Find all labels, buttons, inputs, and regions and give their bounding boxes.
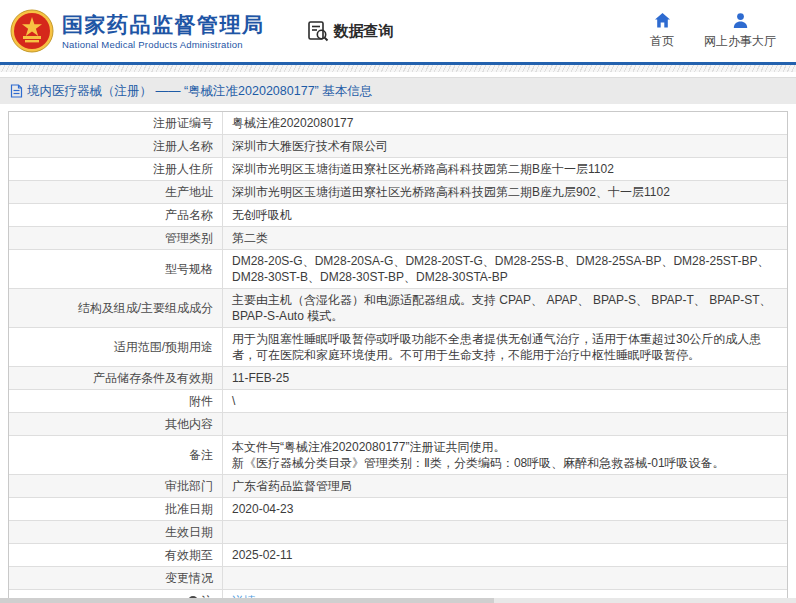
- table-row: 产品储存条件及有效期11-FEB-25: [9, 367, 787, 390]
- nav-online-hall[interactable]: 网上办事大厅: [704, 12, 776, 50]
- row-label: 批准日期: [9, 498, 223, 520]
- table-row: 其他内容: [9, 413, 787, 436]
- row-value: 粤械注准20202080177: [223, 112, 787, 134]
- table-row: 适用范围/预期用途用于为阻塞性睡眠呼吸暂停或呼吸功能不全患者提供无创通气治疗，适…: [9, 328, 787, 367]
- row-label: 生效日期: [9, 521, 223, 543]
- table-row: 附件\: [9, 390, 787, 413]
- row-label: 注册人住所: [9, 158, 223, 180]
- row-value: [223, 413, 787, 435]
- table-row: 有效期至2025-02-11: [9, 544, 787, 567]
- data-query-button[interactable]: 数据查询: [307, 20, 394, 42]
- breadcrumb: 境内医疗器械（注册） —— “粤械注准20202080177” 基本信息: [0, 77, 796, 104]
- row-value: 深圳市大雅医疗技术有限公司: [223, 135, 787, 157]
- row-value: 主要由主机（含湿化器）和电源适配器组成。支持 CPAP、 APAP、 BPAP-…: [223, 289, 787, 327]
- row-label: 注册人名称: [9, 135, 223, 157]
- row-label: 生产地址: [9, 181, 223, 203]
- row-value: 无创呼吸机: [223, 204, 787, 226]
- row-label: 附件: [9, 390, 223, 412]
- table-row: 备注本文件与“粤械注准20202080177”注册证共同使用。新《医疗器械分类目…: [9, 436, 787, 475]
- table-row: 产品名称无创呼吸机: [9, 204, 787, 227]
- row-label: 审批部门: [9, 475, 223, 497]
- row-value: 2020-04-23: [223, 498, 787, 520]
- row-value: 11-FEB-25: [223, 367, 787, 389]
- row-label: 注册证编号: [9, 112, 223, 134]
- breadcrumb-text: 境内医疗器械（注册） —— “粤械注准20202080177” 基本信息: [27, 83, 372, 100]
- row-label: 结构及组成/主要组成成分: [9, 289, 223, 327]
- document-icon: [10, 84, 23, 98]
- row-label: 产品名称: [9, 204, 223, 226]
- page-header: 国家药品监督管理局 National Medical Products Admi…: [0, 0, 796, 62]
- table-row: 生产地址深圳市光明区玉塘街道田寮社区光桥路高科科技园第二期B座九层902、十一层…: [9, 181, 787, 204]
- row-value: 第二类: [223, 227, 787, 249]
- table-row: 注册证编号粤械注准20202080177: [9, 112, 787, 135]
- decorative-stripe-band: [0, 65, 796, 72]
- row-label: 其他内容: [9, 413, 223, 435]
- logo-text: 国家药品监督管理局 National Medical Products Admi…: [62, 13, 265, 50]
- row-value: [223, 521, 787, 543]
- home-icon: [654, 12, 671, 29]
- top-navigation: 首页 网上办事大厅: [650, 12, 776, 50]
- table-row: 型号规格DM28-20S-G、DM28-20SA-G、DM28-20ST-G、D…: [9, 250, 787, 289]
- data-query-icon: [307, 20, 329, 42]
- horizontal-scrollbar[interactable]: [0, 598, 796, 603]
- row-value: 广东省药品监督管理局: [223, 475, 787, 497]
- registration-info-table: 注册证编号粤械注准20202080177注册人名称深圳市大雅医疗技术有限公司注册…: [8, 111, 788, 603]
- nav-home-label: 首页: [650, 33, 674, 50]
- table-row: 生效日期: [9, 521, 787, 544]
- nmpa-logo: 国家药品监督管理局 National Medical Products Admi…: [10, 9, 265, 53]
- site-subtitle: National Medical Products Administration: [62, 39, 265, 50]
- row-value: 深圳市光明区玉塘街道田寮社区光桥路高科科技园第二期B座十一层1102: [223, 158, 787, 180]
- row-label: 产品储存条件及有效期: [9, 367, 223, 389]
- row-value: 用于为阻塞性睡眠呼吸暂停或呼吸功能不全患者提供无创通气治疗，适用于体重超过30公…: [223, 328, 787, 366]
- nav-home[interactable]: 首页: [650, 12, 674, 50]
- table-row: 注册人名称深圳市大雅医疗技术有限公司: [9, 135, 787, 158]
- site-title: 国家药品监督管理局: [62, 13, 265, 37]
- table-row: 审批部门广东省药品监督管理局: [9, 475, 787, 498]
- row-label: 备注: [9, 436, 223, 474]
- row-label: 变更情况: [9, 567, 223, 589]
- table-row: 批准日期2020-04-23: [9, 498, 787, 521]
- nav-online-hall-label: 网上办事大厅: [704, 33, 776, 50]
- person-icon: [732, 12, 749, 29]
- row-label: 适用范围/预期用途: [9, 328, 223, 366]
- row-value: 深圳市光明区玉塘街道田寮社区光桥路高科科技园第二期B座九层902、十一层1102: [223, 181, 787, 203]
- row-value: DM28-20S-G、DM28-20SA-G、DM28-20ST-G、DM28-…: [223, 250, 787, 288]
- row-label: 型号规格: [9, 250, 223, 288]
- row-value: 2025-02-11: [223, 544, 787, 566]
- table-row: 注册人住所深圳市光明区玉塘街道田寮社区光桥路高科科技园第二期B座十一层1102: [9, 158, 787, 181]
- horizontal-scrollbar-thumb[interactable]: [0, 598, 494, 603]
- table-row: 变更情况: [9, 567, 787, 590]
- row-value: 本文件与“粤械注准20202080177”注册证共同使用。新《医疗器械分类目录》…: [223, 436, 787, 474]
- national-emblem-icon: [10, 9, 54, 53]
- table-row: 管理类别第二类: [9, 227, 787, 250]
- row-label: 有效期至: [9, 544, 223, 566]
- table-row: 结构及组成/主要组成成分主要由主机（含湿化器）和电源适配器组成。支持 CPAP、…: [9, 289, 787, 328]
- row-value: \: [223, 390, 787, 412]
- row-value: [223, 567, 787, 589]
- row-label: 管理类别: [9, 227, 223, 249]
- data-query-label: 数据查询: [334, 22, 394, 41]
